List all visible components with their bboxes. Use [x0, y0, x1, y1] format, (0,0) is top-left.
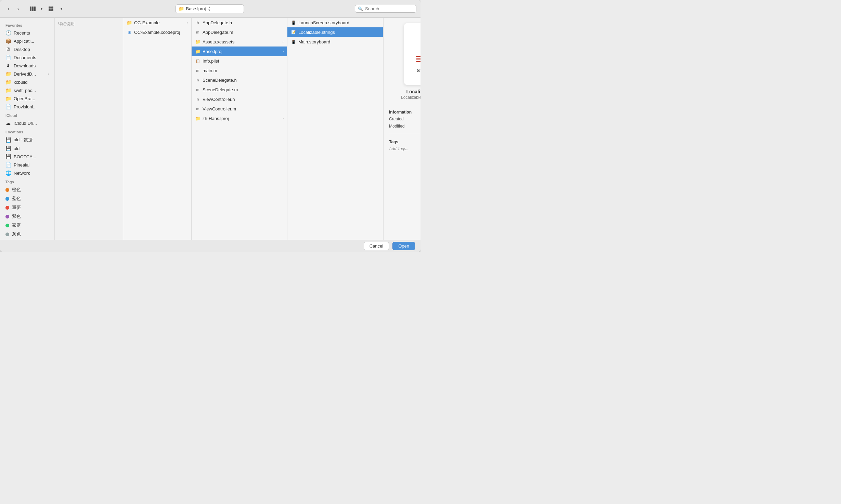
sidebar-item-openbra[interactable]: 📁 OpenBra...	[1, 94, 53, 103]
item-label: ViewController.m	[203, 106, 284, 111]
sidebar-item-applications[interactable]: 📦 Applicati...	[1, 37, 53, 45]
list-item[interactable]: ⊞ OC-Example.xcodeproj	[123, 27, 191, 37]
back-button[interactable]: ‹	[4, 4, 13, 13]
tag-label: 蓝色	[12, 196, 21, 202]
favorites-label: Favorites	[0, 21, 54, 29]
sidebar-item-desktop[interactable]: 🖥 Desktop	[1, 45, 53, 53]
sidebar-item-tag-important[interactable]: 重要	[1, 203, 53, 212]
add-tags[interactable]: Add Tags...	[389, 146, 420, 151]
m-file-icon: m	[195, 68, 200, 72]
info-label: Information	[389, 110, 412, 115]
sidebar-item-old[interactable]: 💾 old	[1, 144, 53, 152]
sidebar-item-swift-pac[interactable]: 📁 swift_pac...	[1, 86, 53, 94]
search-bar[interactable]: 🔍	[355, 5, 416, 13]
location-folder-icon: 📁	[179, 6, 184, 11]
list-item[interactable]: 📱 LaunchScreen.storyboard	[287, 18, 383, 27]
tag-label: 灰色	[12, 231, 21, 237]
list-item[interactable]: h ViewController.h	[192, 94, 287, 104]
list-item[interactable]: m SceneDelegate.m	[192, 85, 287, 94]
divider	[389, 134, 420, 134]
list-item[interactable]: 📝 Localizable.strings	[287, 27, 383, 37]
toolbar: ‹ › ▾ ▾	[0, 0, 420, 18]
sidebar-item-tag-blue[interactable]: 蓝色	[1, 194, 53, 203]
open-button[interactable]: Open	[392, 242, 415, 250]
h-file-icon: h	[195, 97, 200, 101]
svg-rect-2	[34, 6, 36, 11]
documents-icon: 📄	[5, 55, 11, 60]
storyboard-icon: 📱	[291, 21, 296, 25]
downloads-icon: ⬇	[5, 63, 11, 68]
file-preview-content: " " STRINGS	[404, 23, 421, 79]
column-view-button[interactable]	[28, 4, 38, 13]
list-item[interactable]: 📁 OC-Example ›	[123, 18, 191, 27]
sidebar-item-derivedd[interactable]: 📁 DerivedD... ›	[1, 70, 53, 78]
line-full	[416, 58, 421, 59]
divider	[389, 107, 420, 107]
svg-rect-4	[51, 6, 53, 9]
list-item[interactable]: h AppDelegate.h	[192, 18, 287, 27]
location-text: Base.lproj	[186, 6, 206, 11]
item-label: zh-Hans.lproj	[203, 116, 281, 121]
list-item[interactable]: m AppDelegate.m	[192, 27, 287, 37]
sidebar-item-label: OpenBra...	[14, 96, 35, 101]
openbra-icon: 📁	[5, 96, 11, 101]
sidebar-item-tag-purple[interactable]: 紫色	[1, 212, 53, 221]
forward-button[interactable]: ›	[14, 4, 23, 13]
list-item[interactable]: m main.m	[192, 66, 287, 75]
sidebar-item-documents[interactable]: 📄 Documents	[1, 53, 53, 62]
svg-rect-3	[49, 6, 51, 9]
tag-dot-gray	[5, 233, 9, 236]
main-content: Favorites 🕐 Recents 📦 Applicati... 🖥 Des…	[0, 18, 420, 240]
list-item[interactable]: 📁 Assets.xcassets ›	[192, 37, 287, 47]
tag-dot-important	[5, 206, 9, 210]
tag-label: 橙色	[12, 187, 21, 193]
modified-label: Modified	[389, 124, 404, 130]
sidebar-item-tag-orange[interactable]: 橙色	[1, 185, 53, 194]
sidebar-item-tag-gray[interactable]: 灰色	[1, 230, 53, 239]
sidebar-item-recents[interactable]: 🕐 Recents	[1, 29, 53, 37]
sidebar-item-pinealai[interactable]: 📄 Pinealai	[1, 161, 53, 169]
list-item[interactable]: 📁 Base.lproj ›	[192, 47, 287, 56]
sidebar-item-bootca[interactable]: 💾 BOOTCA...	[1, 152, 53, 161]
m-file-icon: m	[195, 88, 200, 92]
list-item[interactable]: 📱 Main.storyboard	[287, 37, 383, 47]
grid-view-button[interactable]	[45, 4, 57, 13]
line-short	[416, 61, 421, 62]
column-3: 📱 LaunchScreen.storyboard 📝 Localizable.…	[287, 18, 383, 240]
sidebar-item-old-data[interactable]: 💾 old - 数据	[1, 135, 53, 144]
list-item[interactable]: m ViewController.m	[192, 104, 287, 114]
svg-rect-5	[49, 9, 51, 11]
sidebar-item-label: old - 数据	[14, 137, 33, 143]
tag-dot-blue	[5, 197, 9, 201]
search-input[interactable]	[365, 6, 413, 11]
pinealai-icon: 📄	[5, 162, 11, 168]
provision-icon: 📄	[5, 104, 11, 109]
sidebar-item-tag-home[interactable]: 家庭	[1, 221, 53, 230]
grid-dropdown-button[interactable]: ▾	[58, 4, 64, 13]
item-label: ViewController.h	[203, 97, 284, 102]
sidebar: Favorites 🕐 Recents 📦 Applicati... 🖥 Des…	[0, 18, 55, 240]
sidebar-item-network[interactable]: 🌐 Network	[1, 169, 53, 177]
item-label: Assets.xcassets	[203, 39, 281, 44]
sidebar-item-label: xcbuild	[14, 80, 27, 85]
item-label: AppDelegate.h	[203, 20, 284, 25]
tag-label: 紫色	[12, 213, 21, 220]
chevron-right-icon: ›	[187, 21, 188, 25]
file-preview: " " STRINGS	[404, 23, 421, 85]
sidebar-item-icloud-drive[interactable]: ☁ iCloud Dri...	[1, 119, 53, 127]
location-stepper[interactable]: ▲ ▼	[208, 6, 211, 12]
folder-icon: 📁	[195, 116, 200, 121]
list-item[interactable]: 📁 zh-Hans.lproj ›	[192, 114, 287, 123]
applications-icon: 📦	[5, 38, 11, 44]
location-bar[interactable]: 📁 Base.lproj ▲ ▼	[176, 4, 244, 13]
sidebar-item-xcbuild[interactable]: 📁 xcbuild	[1, 78, 53, 86]
item-label: Main.storyboard	[298, 39, 379, 44]
cancel-button[interactable]: Cancel	[364, 242, 389, 250]
view-dropdown-button[interactable]: ▾	[38, 4, 44, 13]
sidebar-item-provision[interactable]: 📄 Provisioni...	[1, 103, 53, 111]
sidebar-item-label: Desktop	[14, 47, 30, 52]
list-item[interactable]: 📋 Info.plist	[192, 56, 287, 66]
detail-panel: " " STRINGS Localizable.strings Localiza…	[383, 18, 420, 240]
sidebar-item-downloads[interactable]: ⬇ Downloads	[1, 62, 53, 70]
list-item[interactable]: h SceneDelegate.h	[192, 75, 287, 85]
